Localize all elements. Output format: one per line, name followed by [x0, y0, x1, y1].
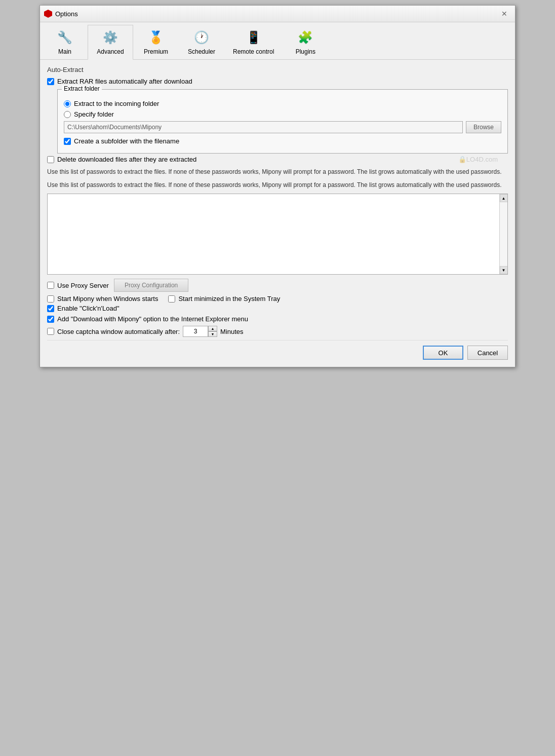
- start-minimized-row: Start minimized in the System Tray: [168, 295, 280, 303]
- tab-plugins-label: Plugins: [296, 48, 315, 55]
- extract-rar-label: Extract RAR files automatically after do…: [57, 78, 192, 85]
- incoming-folder-radio[interactable]: [64, 100, 71, 107]
- subfolder-checkbox[interactable]: [64, 138, 71, 145]
- ie-menu-row: Add "Download with Mipony" option to the…: [47, 315, 508, 323]
- tab-advanced[interactable]: ⚙️ Advanced: [88, 25, 133, 60]
- extract-folder-title: Extract folder: [62, 85, 102, 92]
- ok-button[interactable]: OK: [423, 346, 463, 360]
- start-windows-checkbox[interactable]: [47, 295, 54, 303]
- specify-folder-label: Specify folder: [74, 110, 114, 118]
- window-title: Options: [55, 10, 78, 18]
- captcha-spinbox-container: ▲ ▼: [183, 326, 217, 337]
- tab-plugins[interactable]: 🧩 Plugins: [283, 25, 328, 60]
- extract-folder-box: Extract folder Extract to the incoming f…: [57, 89, 508, 154]
- options-window: Options ✕ 🔧 Main ⚙️ Advanced 🏅 Premium 🕐…: [39, 5, 516, 367]
- passwords-textarea[interactable]: [48, 194, 499, 274]
- subfolder-row: Create a subfolder with the filename: [64, 137, 501, 145]
- start-windows-row: Start Mipony when Windows starts: [47, 295, 158, 303]
- tab-premium[interactable]: 🏅 Premium: [133, 25, 179, 60]
- captcha-label-before: Close captcha window automatically after…: [57, 328, 180, 335]
- delete-files-checkbox[interactable]: [47, 156, 54, 163]
- scheduler-icon: 🕐: [192, 28, 211, 47]
- auto-extract-title: Auto-Extract: [47, 66, 508, 73]
- tab-scheduler-label: Scheduler: [188, 48, 215, 55]
- use-proxy-checkbox[interactable]: [47, 282, 54, 289]
- main-icon: 🔧: [56, 28, 74, 47]
- tab-advanced-label: Advanced: [97, 48, 124, 55]
- tab-scheduler[interactable]: 🕐 Scheduler: [179, 25, 224, 60]
- folder-path-row: Browse: [64, 121, 501, 133]
- titlebar: Options ✕: [40, 6, 515, 22]
- use-proxy-row: Use Proxy Server: [47, 282, 109, 289]
- ie-menu-label: Add "Download with Mipony" option to the…: [57, 315, 248, 323]
- cancel-button[interactable]: Cancel: [467, 346, 508, 360]
- tab-remote-control[interactable]: 📱 Remote control: [224, 25, 283, 60]
- plugins-icon: 🧩: [296, 28, 314, 47]
- delete-files-label: Delete downloaded files after they are e…: [57, 156, 196, 163]
- start-minimized-label: Start minimized in the System Tray: [178, 295, 280, 303]
- specify-folder-radio[interactable]: [64, 111, 71, 118]
- clicknload-checkbox[interactable]: [47, 305, 54, 312]
- proxy-row: Use Proxy Server Proxy Configuration: [47, 279, 508, 292]
- specify-folder-row: Specify folder: [64, 110, 501, 118]
- close-button[interactable]: ✕: [498, 9, 511, 19]
- tab-remote-control-label: Remote control: [233, 48, 274, 55]
- scroll-track: [500, 202, 507, 266]
- ie-menu-checkbox[interactable]: [47, 316, 54, 323]
- start-minimized-checkbox[interactable]: [168, 295, 175, 303]
- proxy-config-button[interactable]: Proxy Configuration: [114, 279, 188, 292]
- watermark-1: 🔒LO4D.com: [458, 156, 498, 163]
- start-windows-label: Start Mipony when Windows starts: [57, 295, 158, 303]
- passwords-info-text: Use this list of passwords to extract th…: [47, 180, 508, 190]
- tab-main[interactable]: 🔧 Main: [42, 25, 88, 60]
- captcha-row: Close captcha window automatically after…: [47, 326, 508, 337]
- clicknload-row: Enable "Click'n'Load": [47, 305, 508, 312]
- subfolder-label: Create a subfolder with the filename: [74, 137, 179, 145]
- scroll-down-arrow[interactable]: ▼: [500, 266, 508, 274]
- startup-row: Start Mipony when Windows starts Start m…: [47, 295, 508, 303]
- passwords-textarea-box: ▲ ▼: [47, 194, 508, 275]
- remote-control-icon: 📱: [245, 28, 263, 47]
- delete-files-row: Delete downloaded files after they are e…: [47, 156, 508, 163]
- browse-button[interactable]: Browse: [466, 121, 501, 133]
- bottom-buttons: OK Cancel: [47, 340, 508, 360]
- incoming-folder-row: Extract to the incoming folder: [64, 100, 501, 107]
- content-area: Auto-Extract Extract RAR files automatic…: [40, 60, 515, 367]
- captcha-checkbox[interactable]: [47, 328, 54, 335]
- captcha-label-after: Minutes: [220, 328, 244, 335]
- advanced-icon: ⚙️: [101, 28, 120, 47]
- spin-arrows: ▲ ▼: [208, 326, 217, 337]
- captcha-spinbox[interactable]: [183, 326, 208, 337]
- titlebar-left: Options: [44, 10, 78, 18]
- scroll-up-arrow[interactable]: ▲: [500, 194, 508, 202]
- tab-main-label: Main: [58, 48, 71, 55]
- spin-up-arrow[interactable]: ▲: [208, 326, 217, 331]
- spin-down-arrow[interactable]: ▼: [208, 331, 217, 337]
- extract-rar-row: Extract RAR files automatically after do…: [47, 78, 508, 85]
- tab-premium-label: Premium: [144, 48, 168, 55]
- extract-rar-checkbox[interactable]: [47, 78, 54, 85]
- folder-path-input[interactable]: [64, 121, 463, 133]
- incoming-folder-label: Extract to the incoming folder: [74, 100, 159, 107]
- tabs-container: 🔧 Main ⚙️ Advanced 🏅 Premium 🕐 Scheduler…: [40, 22, 515, 60]
- use-proxy-label: Use Proxy Server: [57, 282, 109, 289]
- app-icon: [44, 10, 52, 18]
- passwords-info: Use this list of passwords to extract th…: [47, 167, 508, 176]
- premium-icon: 🏅: [147, 28, 165, 47]
- scrollbar: ▲ ▼: [499, 194, 507, 274]
- clicknload-label: Enable "Click'n'Load": [57, 305, 120, 312]
